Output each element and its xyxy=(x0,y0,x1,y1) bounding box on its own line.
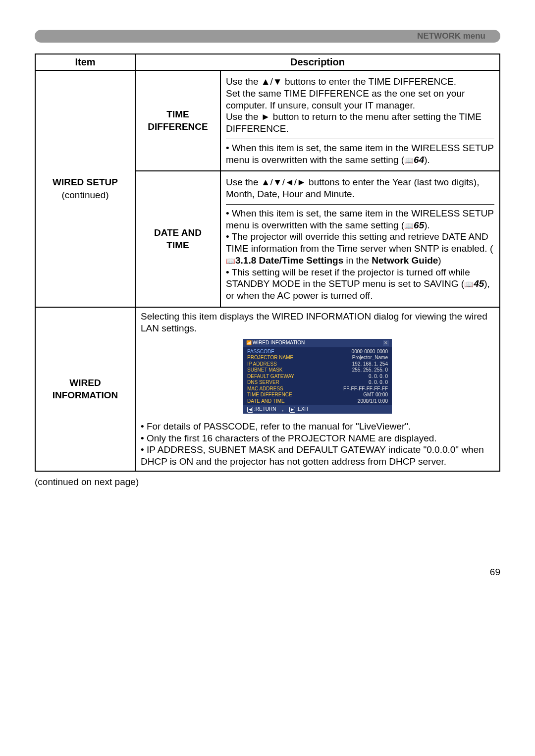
dialog-row: PROJECTOR NAMEProjector_Name xyxy=(247,355,388,361)
dt-p2b-suffix: ) xyxy=(438,255,441,266)
item-wired-setup-l1: WIRED SETUP xyxy=(53,177,118,187)
dialog-value: FF-FF-FF-FF-FF-FF xyxy=(333,386,388,392)
dialog-key: DNS SERVER xyxy=(247,379,279,386)
book-icon: 📖 xyxy=(226,257,235,266)
return-icon: ◀ xyxy=(247,407,253,413)
dialog-value: 255. 255. 255. 0 xyxy=(342,367,388,374)
dialog-value: 0. 0. 0. 0 xyxy=(359,379,388,386)
dialog-key: PROJECTOR NAME xyxy=(247,355,293,361)
item-wired-setup-l2: (continued) xyxy=(61,190,108,200)
page-number: 69 xyxy=(35,567,500,578)
dt-p2a-ref: 65 xyxy=(414,220,424,230)
signal-icon: 📶 xyxy=(246,340,251,345)
td-p2a-prefix: • When this item is set, the same item i… xyxy=(226,143,494,165)
dialog-row: MAC ADDRESSFF-FF-FF-FF-FF-FF xyxy=(247,386,388,392)
dialog-title: WIRED INFORMATION xyxy=(253,340,305,345)
wi-b1: • For details of PASSCODE, refer to the … xyxy=(141,421,494,432)
dt-p2b-mid: in the xyxy=(343,255,372,266)
dialog-row: PASSCODE0000-0000-0000 xyxy=(247,349,388,355)
header-item: Item xyxy=(35,54,135,70)
dialog-key: DEFAULT GATEWAY xyxy=(247,374,294,380)
book-icon: 📖 xyxy=(464,280,474,289)
exit-icon: ▶ xyxy=(289,407,295,413)
dialog-row: DNS SERVER0. 0. 0. 0 xyxy=(247,379,388,386)
section-header: NETWORK menu xyxy=(35,30,500,43)
section-title: NETWORK menu xyxy=(417,31,485,41)
dialog-key: IP ADDRESS xyxy=(247,361,277,368)
dialog-key: PASSCODE xyxy=(247,349,274,355)
td-p2a-suffix: ). xyxy=(424,155,430,165)
dialog-value: 2000/1/1 0:00 xyxy=(348,398,388,405)
item-wired-setup: WIRED SETUP (continued) xyxy=(35,70,135,307)
wired-info-dialog: 📶 WIRED INFORMATION ✕ PASSCODE0000-0000-… xyxy=(243,339,392,414)
dialog-row: IP ADDRESS192. 168. 1. 254 xyxy=(247,361,388,368)
header-description: Description xyxy=(135,54,500,70)
td-p1c: Use the ► button to return to the menu a… xyxy=(226,111,482,134)
return-button[interactable]: ◀:RETURN xyxy=(247,406,276,413)
dialog-value: 0. 0. 0. 0 xyxy=(359,374,388,380)
dt-p2a-suffix: ). xyxy=(424,220,430,230)
dt-p1: Use the ▲/▼/◄/► buttons to enter the Yea… xyxy=(226,177,479,199)
dt-p2b-ref: 3.1.8 Date/Time Settings xyxy=(235,255,343,266)
dialog-key: SUBNET MASK xyxy=(247,367,283,374)
settings-table: Item Description WIRED SETUP (continued)… xyxy=(35,54,500,472)
sub-time-difference-l1: TIME xyxy=(166,109,189,119)
continued-note: (continued on next page) xyxy=(35,477,500,487)
dt-p2c-prefix: • This setting will be reset if the proj… xyxy=(226,267,470,289)
dialog-value: GMT 00:00 xyxy=(353,392,388,398)
sub-time-difference-l2: DIFFERENCE xyxy=(148,121,208,132)
sub-time-difference: TIME DIFFERENCE xyxy=(135,70,220,171)
dialog-row: TIME DIFFERENCEGMT 00:00 xyxy=(247,392,388,398)
dt-p2b-ref2: Network Guide xyxy=(372,255,438,266)
close-icon[interactable]: ✕ xyxy=(383,340,389,346)
desc-date-and-time: Use the ▲/▼/◄/► buttons to enter the Yea… xyxy=(220,171,500,307)
sub-date-and-time: DATE AND TIME xyxy=(135,171,220,307)
dialog-key: DATE AND TIME xyxy=(247,398,285,405)
item-wired-information: WIRED INFORMATION xyxy=(35,307,135,471)
dialog-value: 0000-0000-0000 xyxy=(342,349,388,355)
dialog-key: TIME DIFFERENCE xyxy=(247,392,292,398)
exit-button[interactable]: ▶:EXIT xyxy=(289,406,309,413)
dt-p2b-prefix: • The projector will override this setti… xyxy=(226,231,493,254)
desc-wired-information: Selecting this item displays the WIRED I… xyxy=(135,307,500,471)
dt-p2a-prefix: • When this item is set, the same item i… xyxy=(226,208,494,230)
book-icon: 📖 xyxy=(404,221,414,231)
dialog-value: Projector_Name xyxy=(342,355,388,361)
wi-b3: • IP ADDRESS, SUBNET MASK and DEFAULT GA… xyxy=(141,444,494,468)
dt-p2c-ref: 45 xyxy=(474,278,484,289)
td-p1b: Set the same TIME DIFFERENCE as the one … xyxy=(226,88,465,110)
dialog-key: MAC ADDRESS xyxy=(247,386,283,392)
dialog-value: 192. 168. 1. 254 xyxy=(342,361,388,368)
desc-time-difference: Use the ▲/▼ buttons to enter the TIME DI… xyxy=(220,70,500,171)
wi-b2: • Only the first 16 characters of the PR… xyxy=(141,432,494,444)
item-wired-info-l1: WIRED xyxy=(69,378,101,388)
wi-intro: Selecting this item displays the WIRED I… xyxy=(141,311,494,334)
dialog-row: DEFAULT GATEWAY0. 0. 0. 0 xyxy=(247,374,388,380)
book-icon: 📖 xyxy=(404,156,414,165)
td-p1a: Use the ▲/▼ buttons to enter the TIME DI… xyxy=(226,76,456,87)
td-p2a-ref: 64 xyxy=(414,155,424,165)
sub-date-time-l1: DATE AND xyxy=(154,227,202,238)
dialog-row: DATE AND TIME2000/1/1 0:00 xyxy=(247,398,388,405)
item-wired-info-l2: INFORMATION xyxy=(53,390,118,400)
dialog-row: SUBNET MASK255. 255. 255. 0 xyxy=(247,367,388,374)
sub-date-time-l2: TIME xyxy=(166,240,189,250)
